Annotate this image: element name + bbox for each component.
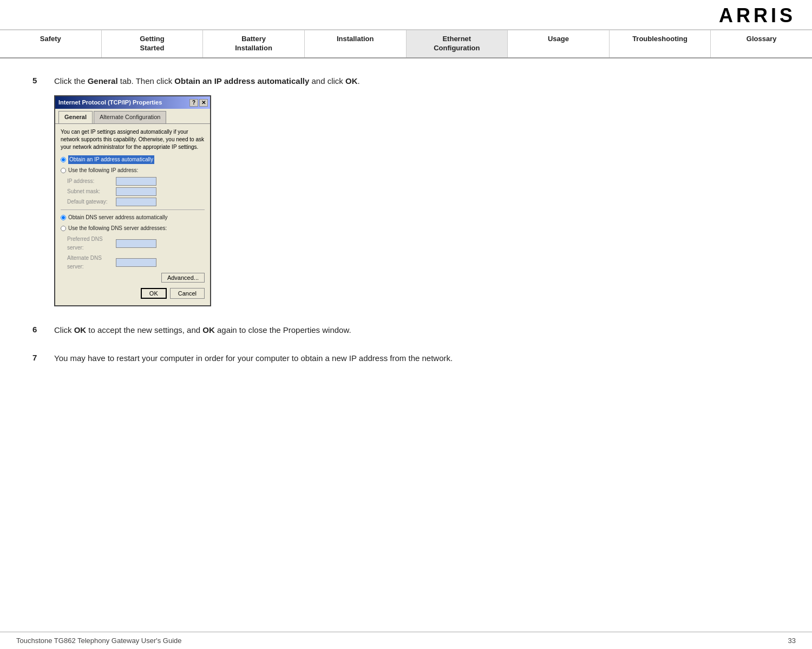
nav-troubleshooting[interactable]: Troubleshooting — [610, 30, 711, 57]
page-footer: Touchstone TG862 Telephony Gateway User'… — [0, 632, 812, 649]
dialog-tabs: General Alternate Configuration — [55, 109, 210, 124]
step-5: 5 Click the General tab. Then click Obta… — [32, 75, 780, 309]
step-7-number: 7 — [32, 352, 54, 362]
arris-logo: ARRIS — [719, 4, 796, 27]
main-content: 5 Click the General tab. Then click Obta… — [0, 58, 812, 412]
navigation: Safety Getting Started Battery Installat… — [0, 30, 812, 58]
nav-safety[interactable]: Safety — [0, 30, 102, 57]
step-6-text: Click OK to accept the new settings, and… — [54, 324, 780, 337]
dialog-alternate-input[interactable] — [116, 258, 156, 267]
dialog-preferred-label: Preferred DNS server: — [67, 235, 116, 252]
footer-page-number: 33 — [788, 637, 796, 645]
step-6: 6 Click OK to accept the new settings, a… — [32, 324, 780, 337]
dialog-radio-obtain-auto-label: Obtain an IP address automatically — [68, 155, 154, 164]
tcp-ip-dialog: Internet Protocol (TCP/IP) Properties ? … — [54, 95, 211, 306]
dialog-description: You can get IP settings assigned automat… — [61, 128, 205, 151]
dialog-radio-use-dns-input[interactable] — [61, 226, 66, 231]
dialog-titlebar: Internet Protocol (TCP/IP) Properties ? … — [55, 96, 210, 109]
dialog-radio-obtain-auto[interactable]: Obtain an IP address automatically — [61, 155, 205, 164]
step-5-text: Click the General tab. Then click Obtain… — [54, 75, 780, 309]
dialog-advanced-button[interactable]: Advanced... — [161, 273, 205, 283]
dialog-ip-label: IP address: — [67, 177, 116, 186]
nav-ethernet-configuration[interactable]: Ethernet Configuration — [407, 30, 508, 57]
dialog-gateway-input[interactable] — [116, 198, 156, 206]
nav-usage[interactable]: Usage — [508, 30, 610, 57]
dialog-radio-use-dns[interactable]: Use the following DNS server addresses: — [61, 224, 205, 233]
dialog-tab-alternate[interactable]: Alternate Configuration — [94, 111, 167, 123]
dialog-body: You can get IP settings assigned automat… — [55, 124, 210, 305]
dialog-ip-input[interactable] — [116, 177, 156, 186]
step-5-number: 5 — [32, 75, 54, 85]
dialog-buttons-row: OK Cancel — [61, 288, 205, 301]
dialog-titlebar-buttons: ? ✕ — [189, 99, 208, 107]
dialog-ok-button[interactable]: OK — [141, 288, 167, 299]
dialog-help-button[interactable]: ? — [189, 99, 198, 107]
dialog-radio-use-dns-label: Use the following DNS server addresses: — [68, 224, 167, 233]
dialog-cancel-button[interactable]: Cancel — [170, 288, 205, 299]
nav-getting-started[interactable]: Getting Started — [102, 30, 204, 57]
page-header: ARRIS — [0, 0, 812, 30]
dialog-tab-general[interactable]: General — [58, 111, 93, 123]
step-6-number: 6 — [32, 324, 54, 334]
dialog-radio-dns-auto-label: Obtain DNS server address automatically — [68, 213, 167, 222]
step-7: 7 You may have to restart your computer … — [32, 352, 780, 365]
dialog-screenshot: Internet Protocol (TCP/IP) Properties ? … — [54, 95, 780, 306]
dialog-separator — [61, 209, 205, 210]
dialog-field-preferred-row: Preferred DNS server: — [61, 235, 205, 252]
dialog-radio-use-ip[interactable]: Use the following IP address: — [61, 166, 205, 175]
dialog-radio-use-ip-label: Use the following IP address: — [68, 166, 138, 175]
dialog-field-subnet-row: Subnet mask: — [61, 187, 205, 196]
dialog-radio-use-ip-input[interactable] — [61, 168, 66, 173]
dialog-radio-dns-auto[interactable]: Obtain DNS server address automatically — [61, 213, 205, 222]
nav-battery-installation[interactable]: Battery Installation — [203, 30, 305, 57]
dialog-field-gateway-row: Default gateway: — [61, 198, 205, 206]
nav-glossary[interactable]: Glossary — [711, 30, 812, 57]
nav-installation[interactable]: Installation — [305, 30, 407, 57]
footer-title: Touchstone TG862 Telephony Gateway User'… — [16, 637, 182, 645]
dialog-radio-obtain-auto-input[interactable] — [61, 157, 66, 162]
dialog-gateway-label: Default gateway: — [67, 198, 116, 206]
dialog-title: Internet Protocol (TCP/IP) Properties — [58, 98, 162, 108]
dialog-subnet-label: Subnet mask: — [67, 187, 116, 196]
dialog-close-button[interactable]: ✕ — [199, 99, 208, 107]
dialog-field-alternate-row: Alternate DNS server: — [61, 254, 205, 271]
dialog-subnet-input[interactable] — [116, 187, 156, 196]
dialog-radio-dns-auto-input[interactable] — [61, 215, 66, 220]
step-7-text: You may have to restart your computer in… — [54, 352, 780, 365]
dialog-preferred-input[interactable] — [116, 239, 156, 248]
dialog-alternate-label: Alternate DNS server: — [67, 254, 116, 271]
dialog-field-ip-row: IP address: — [61, 177, 205, 186]
